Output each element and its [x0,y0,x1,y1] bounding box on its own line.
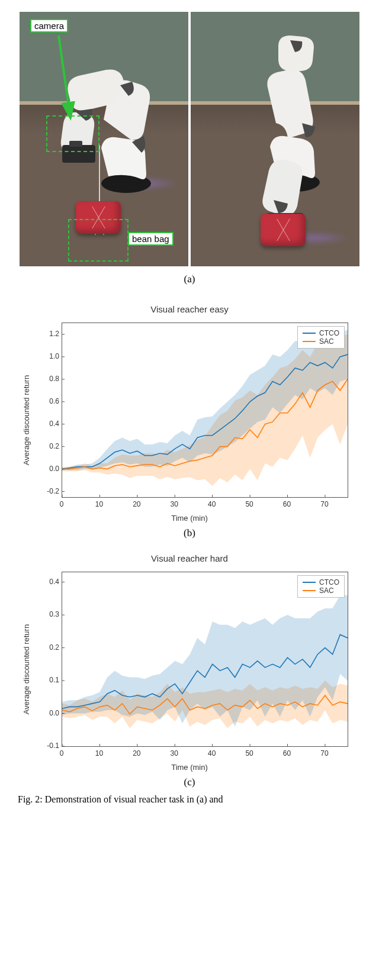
chart-hard-ylabel: Average discounted return [22,624,31,714]
chart-hard-legend: CTCO SAC [297,575,345,598]
beanbag-label: bean bag [128,232,174,246]
chart-hard-plot [62,572,348,747]
subfigure-b: Visual reacher easy Average discounted r… [24,304,355,539]
photo-right [191,12,359,266]
robot-photos: camera bean bag [18,12,361,266]
figure-caption: Fig. 2: Demonstration of visual reacher … [18,794,361,805]
chart-hard: Average discounted return Time (min) CTC… [24,566,355,773]
subfig-label-a: (a) [18,273,361,285]
camera-arrow-icon [49,32,85,121]
svg-line-3 [59,36,70,118]
bean-bag-right [261,214,306,246]
chart-easy-plot [62,323,348,498]
legend-ctco-h: CTCO [319,578,339,586]
subfigure-c: Visual reacher hard Average discounted r… [24,553,355,788]
chart-easy-legend: CTCO SAC [297,326,345,349]
subfig-label-b: (b) [24,527,355,539]
chart-easy-title: Visual reacher easy [24,304,355,314]
subfigure-a: camera bean bag [18,12,361,285]
photo-left: camera bean bag [20,12,188,266]
legend-sac-h: SAC [319,586,334,595]
subfig-label-c: (c) [24,776,355,788]
chart-hard-xlabel: Time (min) [171,763,208,772]
beanbag-box [68,219,129,262]
camera-label: camera [30,19,68,33]
camera-box [46,115,99,152]
legend-ctco: CTCO [319,329,339,337]
legend-sac: SAC [319,337,334,346]
chart-easy-xlabel: Time (min) [171,514,208,523]
chart-easy: Average discounted return Time (min) CTC… [24,317,355,524]
chart-hard-title: Visual reacher hard [24,553,355,563]
